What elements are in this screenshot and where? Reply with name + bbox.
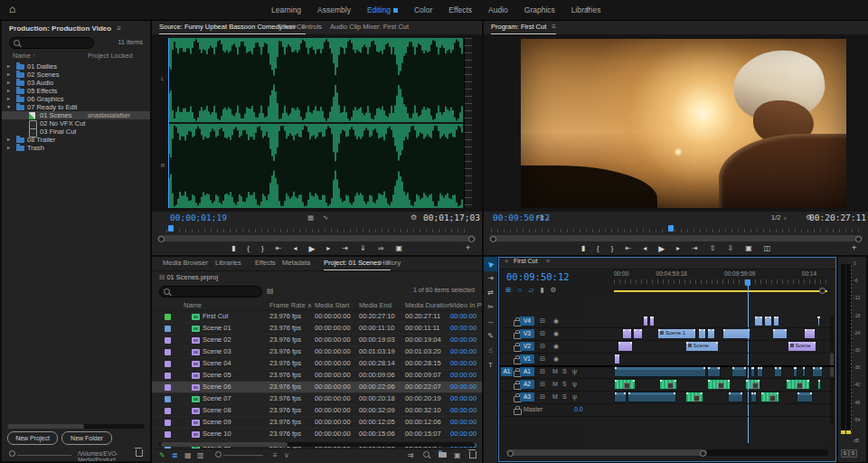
track-lock-icon[interactable] bbox=[514, 409, 522, 415]
go-to-in-button[interactable]: ⇤ bbox=[625, 244, 631, 253]
source-scrollbar[interactable] bbox=[157, 235, 476, 241]
panel-menu-icon[interactable]: ≡ bbox=[546, 258, 550, 264]
tab-sequence[interactable]: First Cut bbox=[514, 258, 537, 264]
table-row[interactable]: Scene 0623.976 fps00:00:00:0000:00:22:06… bbox=[152, 382, 482, 393]
label-color-chip[interactable] bbox=[165, 361, 171, 367]
sync-lock-toggle[interactable]: ⊟ bbox=[540, 392, 545, 402]
table-row[interactable]: Scene 1023.976 fps00:00:00:0000:00:15:06… bbox=[152, 429, 482, 440]
workspace-tab-assembly[interactable]: Assembly bbox=[317, 5, 351, 14]
play-button[interactable]: ▶ bbox=[658, 244, 665, 253]
clip-v4[interactable] bbox=[773, 316, 779, 326]
program-scrollbar[interactable] bbox=[489, 235, 863, 241]
playback-resolution-select[interactable]: 1/2∨ bbox=[771, 213, 787, 222]
workspace-overflow-icon[interactable]: » bbox=[586, 4, 590, 13]
tab-effect-controls[interactable]: Effect Controls bbox=[278, 21, 322, 33]
project-search-input[interactable] bbox=[159, 286, 262, 298]
table-row[interactable]: Scene 0423.976 fps00:00:00:0000:00:28:14… bbox=[152, 358, 482, 370]
add-marker-button[interactable]: ▮ bbox=[540, 286, 543, 294]
tab-program[interactable]: Program: First Cut≡ bbox=[491, 21, 556, 34]
clip-v2-scene[interactable]: Scene bbox=[788, 341, 817, 352]
icon-view-button[interactable]: ▦ bbox=[184, 451, 192, 459]
source-mini-ruler[interactable] bbox=[166, 225, 467, 232]
tree-expander-icon[interactable]: ▸ bbox=[7, 62, 10, 71]
clip-v3[interactable] bbox=[622, 328, 632, 339]
label-color-chip[interactable] bbox=[165, 408, 171, 414]
track-output-toggle[interactable]: ◉ bbox=[553, 329, 559, 338]
add-marker-button[interactable]: ▮ bbox=[581, 244, 585, 253]
clip-a2[interactable] bbox=[786, 379, 810, 390]
track-target-v3[interactable]: V3 bbox=[520, 329, 534, 338]
source-ruler-playhead[interactable] bbox=[168, 225, 174, 232]
clip-v4[interactable] bbox=[643, 316, 649, 326]
clip-v3[interactable] bbox=[804, 328, 816, 339]
clip-a2[interactable] bbox=[817, 379, 821, 390]
mute-toggle[interactable]: M bbox=[552, 367, 558, 376]
label-color-chip[interactable] bbox=[165, 337, 171, 344]
clip-a2[interactable] bbox=[614, 379, 636, 390]
tree-item-02-no-vfx-cut[interactable]: 02 No VFX Cut bbox=[2, 119, 150, 128]
tab-effects[interactable]: Effects bbox=[255, 257, 276, 269]
clip-a1[interactable] bbox=[802, 366, 807, 377]
add-marker-button[interactable]: ▮ bbox=[231, 244, 235, 253]
voiceover-record-toggle[interactable]: ψ bbox=[572, 367, 577, 376]
clip-a2[interactable] bbox=[707, 379, 731, 390]
table-row[interactable]: Scene 0723.976 fps00:00:00:0000:00:20:18… bbox=[152, 393, 482, 405]
tree-expander-icon[interactable]: ▸ bbox=[7, 79, 10, 87]
tree-expander-icon[interactable]: ▸ bbox=[7, 95, 10, 103]
table-row[interactable]: Scene 0823.976 fps00:00:00:0000:00:32:09… bbox=[152, 405, 482, 417]
tree-expander-icon[interactable]: ▸ bbox=[7, 144, 10, 152]
tree-item-trash[interactable]: ▸Trash bbox=[2, 144, 150, 152]
track-output-toggle[interactable]: ◉ bbox=[553, 317, 559, 326]
freeform-view-button[interactable]: ▥ bbox=[197, 451, 204, 459]
type-tool[interactable]: T bbox=[484, 358, 497, 373]
wrench-icon[interactable]: ⚙ bbox=[410, 213, 417, 222]
sync-lock-toggle[interactable]: ⊟ bbox=[540, 380, 545, 389]
drag-audio-only-icon[interactable]: ∿ bbox=[323, 213, 328, 222]
clip-a3[interactable] bbox=[728, 392, 743, 402]
column-name[interactable]: Name ↑ bbox=[13, 52, 36, 60]
table-row[interactable]: Scene 0523.976 fps00:00:00:0000:00:09:06… bbox=[152, 370, 482, 382]
tab-libraries[interactable]: Libraries bbox=[215, 257, 241, 269]
go-to-out-button[interactable]: ⇥ bbox=[342, 244, 348, 253]
track-output-toggle[interactable]: ◉ bbox=[553, 342, 559, 351]
close-icon[interactable]: × bbox=[505, 258, 508, 264]
step-back-button[interactable]: ◂ bbox=[293, 244, 297, 253]
program-ruler-playhead[interactable] bbox=[668, 225, 674, 232]
workspace-tab-color[interactable]: Color bbox=[414, 5, 432, 14]
tree-item-03-audio[interactable]: ▸03 Audio bbox=[2, 79, 150, 87]
pen-tool[interactable]: ✎ bbox=[484, 329, 497, 344]
panel-menu-icon[interactable]: ≡ bbox=[117, 24, 121, 33]
sync-lock-toggle[interactable]: ⊟ bbox=[540, 342, 545, 351]
column-media-start[interactable]: Media Start bbox=[315, 301, 349, 309]
clip-a2[interactable] bbox=[659, 379, 677, 390]
clip-v1[interactable] bbox=[614, 354, 620, 364]
clip-a3[interactable] bbox=[797, 392, 813, 402]
table-row[interactable]: Scene 0323.976 fps00:00:00:0000:01:03:19… bbox=[152, 346, 482, 358]
timeline-hscrollbar[interactable] bbox=[506, 449, 828, 456]
timeline-playhead-marker[interactable] bbox=[745, 279, 750, 286]
program-video-frame[interactable] bbox=[521, 39, 846, 208]
mute-toggle[interactable]: M bbox=[552, 380, 558, 389]
clip-v3[interactable] bbox=[707, 328, 715, 339]
timeline-playhead[interactable] bbox=[748, 279, 749, 443]
label-color-chip[interactable] bbox=[165, 384, 171, 391]
clip-v2[interactable] bbox=[618, 341, 633, 352]
lift-button[interactable]: ⇧ bbox=[710, 244, 716, 253]
column-project-locked[interactable]: Project Locked bbox=[88, 52, 133, 60]
delete-button[interactable] bbox=[469, 451, 476, 460]
clip-a1[interactable] bbox=[750, 366, 755, 377]
clip-a3[interactable] bbox=[627, 392, 677, 402]
tree-item-01-dailies[interactable]: ▸01 Dailies bbox=[2, 62, 150, 71]
filter-bin-icon[interactable]: ▤ bbox=[267, 287, 274, 295]
insert-button[interactable]: ⇓ bbox=[360, 244, 366, 253]
button-editor-plus[interactable]: + bbox=[852, 243, 856, 252]
column-frame-rate[interactable]: Frame Rate ∧ bbox=[269, 301, 312, 309]
export-frame-button[interactable]: ▣ bbox=[395, 244, 402, 253]
column-media-duration[interactable]: Media Duration bbox=[405, 301, 451, 309]
clip-a1[interactable] bbox=[774, 366, 782, 377]
new-folder-button[interactable]: New Folder bbox=[61, 431, 112, 445]
tab-metadata[interactable]: Metadata bbox=[282, 257, 310, 269]
clip-v3[interactable] bbox=[722, 328, 750, 339]
zoom-slider[interactable] bbox=[9, 450, 71, 458]
voiceover-record-toggle[interactable]: ψ bbox=[572, 392, 577, 402]
